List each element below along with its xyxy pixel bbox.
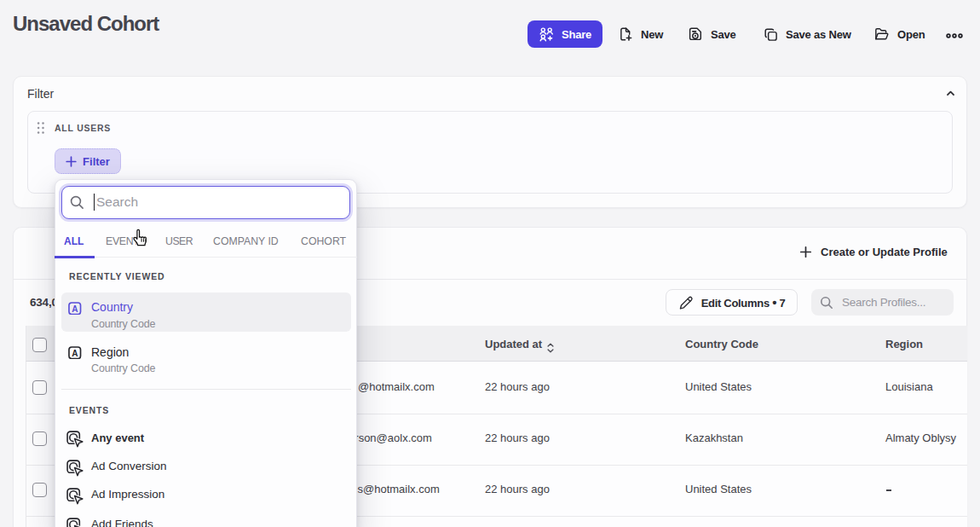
svg-text:A: A — [72, 304, 78, 313]
svg-text:A: A — [72, 348, 78, 357]
